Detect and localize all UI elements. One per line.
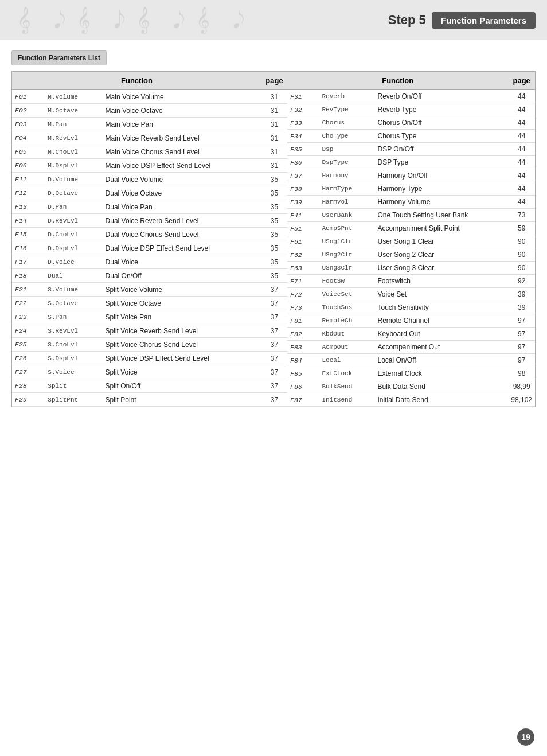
row-page: 31 — [261, 104, 287, 118]
row-page: 97 — [508, 314, 535, 328]
row-lcd: S.ChoLvl — [45, 338, 102, 352]
table-row: F03 M.Pan Main Voice Pan 31 — [12, 118, 287, 131]
row-desc: Main Voice DSP Effect Send Level — [103, 159, 261, 173]
row-desc: External Clock — [375, 367, 509, 380]
row-page: 37 — [261, 338, 287, 352]
table-row: F16 D.DspLvl Dual Voice DSP Effect Send … — [12, 241, 287, 255]
table-row: F23 S.Pan Split Voice Pan 37 — [12, 310, 287, 324]
table-row: F11 D.Volume Dual Voice Volume 35 — [12, 173, 287, 186]
row-lcd: M.Volume — [45, 90, 102, 104]
row-code: F37 — [287, 169, 319, 182]
table-row: F71 FootSw Footswitch 92 — [287, 275, 535, 288]
row-code: F32 — [287, 103, 319, 116]
row-lcd: Local — [319, 354, 374, 367]
row-lcd: S.Pan — [45, 310, 102, 324]
row-desc: Split Voice — [103, 365, 261, 379]
left-page-header: page — [261, 72, 287, 90]
table-row: F28 Split Split On/Off 37 — [12, 379, 287, 393]
right-function-header: Function — [287, 72, 508, 90]
row-page: 37 — [261, 365, 287, 379]
row-code: F63 — [287, 262, 319, 275]
table-row: F86 BulkSend Bulk Data Send 98,99 — [287, 380, 535, 393]
right-page-header: page — [508, 72, 535, 90]
row-lcd: USng1Clr — [319, 235, 374, 248]
table-row: F18 Dual Dual On/Off 35 — [12, 269, 287, 283]
row-lcd: Split — [45, 379, 102, 393]
row-lcd: FootSw — [319, 275, 374, 288]
row-desc: Split Voice Pan — [103, 310, 261, 324]
row-page: 37 — [261, 310, 287, 324]
row-page: 35 — [261, 269, 287, 283]
row-code: F82 — [287, 328, 319, 341]
table-row: F02 M.Octave Main Voice Octave 31 — [12, 104, 287, 118]
row-lcd: RemoteCh — [319, 314, 374, 328]
row-code: F21 — [12, 283, 45, 297]
row-desc: Dual Voice Chorus Send Level — [103, 228, 261, 241]
row-lcd: S.DspLvl — [45, 352, 102, 365]
table-row: F38 HarmType Harmony Type 44 — [287, 182, 535, 196]
table-row: F83 AcmpOut Accompaniment Out 97 — [287, 341, 535, 354]
row-code: F26 — [12, 352, 45, 365]
row-code: F72 — [287, 288, 319, 301]
row-desc: Main Voice Chorus Send Level — [103, 145, 261, 159]
row-lcd: InitSend — [319, 393, 374, 407]
row-code: F35 — [287, 143, 319, 156]
row-lcd: S.Octave — [45, 297, 102, 310]
row-page: 98 — [508, 367, 535, 380]
row-code: F16 — [12, 241, 45, 255]
row-code: F61 — [287, 235, 319, 248]
row-lcd: USng3Clr — [319, 262, 374, 275]
row-desc: Initial Data Send — [375, 393, 509, 407]
row-lcd: BulkSend — [319, 380, 374, 393]
row-lcd: USng2Clr — [319, 248, 374, 262]
row-code: F23 — [12, 310, 45, 324]
row-code: F18 — [12, 269, 45, 283]
row-page: 31 — [261, 90, 287, 104]
row-lcd: S.Volume — [45, 283, 102, 297]
row-code: F85 — [287, 367, 319, 380]
table-row: F06 M.DspLvl Main Voice DSP Effect Send … — [12, 159, 287, 173]
table-row: F39 HarmVol Harmony Volume 44 — [287, 196, 535, 209]
row-desc: Accompaniment Split Point — [375, 222, 509, 235]
row-desc: Harmony Type — [375, 182, 509, 196]
table-row: F81 RemoteCh Remote Channel 97 — [287, 314, 535, 328]
row-page: 59 — [508, 222, 535, 235]
header-right: Step 5 Function Parameters — [388, 12, 536, 29]
row-code: F17 — [12, 255, 45, 269]
table-row: F26 S.DspLvl Split Voice DSP Effect Send… — [12, 352, 287, 365]
row-lcd: D.Volume — [45, 173, 102, 186]
row-code: F13 — [12, 200, 45, 214]
row-page: 35 — [261, 173, 287, 186]
row-code: F86 — [287, 380, 319, 393]
row-lcd: RevType — [319, 103, 374, 116]
row-page: 35 — [261, 241, 287, 255]
row-desc: Voice Set — [375, 288, 509, 301]
row-lcd: M.DspLvl — [45, 159, 102, 173]
table-row: F36 DspType DSP Type 44 — [287, 156, 535, 169]
row-code: F73 — [287, 301, 319, 314]
row-lcd: M.Pan — [45, 118, 102, 131]
row-desc: Split Voice Reverb Send Level — [103, 324, 261, 338]
row-page: 37 — [261, 352, 287, 365]
row-code: F28 — [12, 379, 45, 393]
row-code: F38 — [287, 182, 319, 196]
row-page: 35 — [261, 255, 287, 269]
row-desc: Main Voice Pan — [103, 118, 261, 131]
table-row: F61 USng1Clr User Song 1 Clear 90 — [287, 235, 535, 248]
function-params-badge: Function Parameters — [432, 12, 536, 29]
row-page: 97 — [508, 328, 535, 341]
row-code: F25 — [12, 338, 45, 352]
row-code: F06 — [12, 159, 45, 173]
row-desc: Main Voice Reverb Send Level — [103, 131, 261, 145]
row-code: F39 — [287, 196, 319, 209]
row-code: F24 — [12, 324, 45, 338]
row-page: 37 — [261, 324, 287, 338]
table-row: F24 S.RevLvl Split Voice Reverb Send Lev… — [12, 324, 287, 338]
row-lcd: HarmType — [319, 182, 374, 196]
row-lcd: D.Pan — [45, 200, 102, 214]
row-page: 39 — [508, 301, 535, 314]
row-desc: Split Voice DSP Effect Send Level — [103, 352, 261, 365]
row-lcd: SplitPnt — [45, 393, 102, 407]
left-table: Function page F01 M.Volume Main Voice Vo… — [12, 72, 287, 407]
table-row: F82 KbdOut Keyboard Out 97 — [287, 328, 535, 341]
